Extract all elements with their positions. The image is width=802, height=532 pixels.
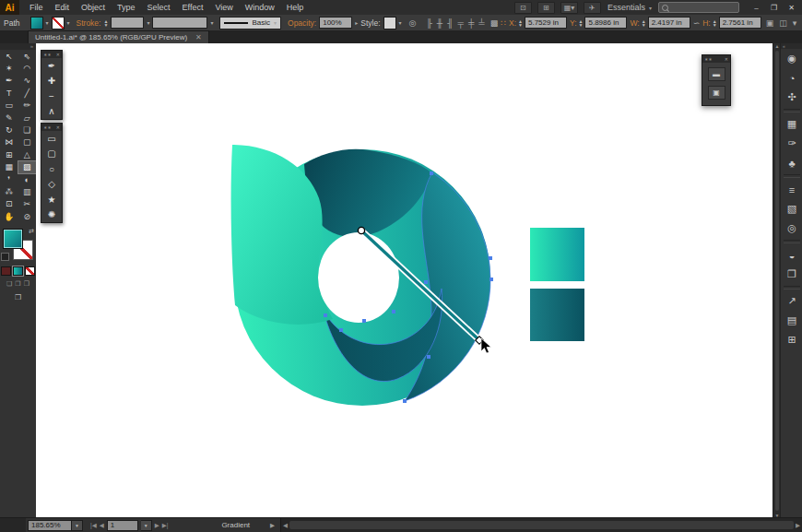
fill-color-swatch[interactable]	[30, 17, 43, 30]
anchor-point[interactable]	[489, 278, 493, 281]
chevron-down-icon[interactable]: ▼	[141, 520, 152, 531]
zoom-control[interactable]: 185.65% ▼	[28, 520, 83, 531]
document-tab[interactable]: Untitled-1.ai* @ 185.65% (RGB/GPU Previe…	[28, 30, 209, 43]
gradient-tool[interactable]: ▨	[18, 161, 37, 173]
gradient-square-bottom[interactable]	[530, 289, 584, 341]
vertical-scroll-thumb[interactable]	[775, 51, 779, 511]
chevron-down-icon[interactable]: ▾	[210, 19, 213, 26]
share-icon[interactable]: ✈	[584, 2, 601, 14]
menu-object[interactable]: Object	[81, 3, 105, 12]
control-end-icon-1[interactable]: ◫	[779, 18, 787, 28]
layers-panel-icon[interactable]: ▤	[781, 311, 802, 330]
arrange-documents-icon[interactable]: ⊞	[537, 2, 555, 14]
scroll-right-icon[interactable]: ▶	[796, 522, 800, 529]
chevron-down-icon[interactable]: ▾	[147, 19, 149, 26]
brush-definition-dropdown[interactable]: Basic ▾	[219, 17, 281, 30]
star-tool[interactable]: ★	[41, 192, 62, 207]
stroke-color-swatch[interactable]	[52, 17, 65, 30]
horizontal-scrollbar[interactable]: ◀ ▶	[280, 518, 802, 532]
artboard-tool[interactable]: ⊡	[0, 198, 18, 210]
adobe-stock-icon[interactable]: ⊡	[514, 2, 532, 14]
chevron-down-icon[interactable]: ▼	[72, 520, 83, 531]
scale-tool[interactable]: ❏	[18, 124, 37, 136]
first-artboard-button[interactable]: |◀	[90, 522, 97, 529]
value-stepper[interactable]: ▲▼	[713, 19, 717, 27]
stroke-panel-icon[interactable]: ≡	[781, 180, 802, 199]
column-graph-tool[interactable]: ▥	[18, 185, 37, 197]
rectangle-tool[interactable]: ▭	[41, 131, 62, 147]
menu-help[interactable]: Help	[287, 3, 304, 12]
align-icon-4[interactable]: ╪	[468, 18, 474, 28]
menu-type[interactable]: Type	[117, 3, 136, 12]
canvas[interactable]: ∗∗ ✕ ✒✚−∧ ∗∗ ✕ ▭▢○◇★✺ ∗∗ ✕ ▬▣	[36, 43, 773, 518]
color-panel-icon[interactable]: ◉	[781, 49, 802, 68]
reference-point-icon[interactable]: ∷	[501, 18, 506, 28]
transform-label[interactable]: X:	[509, 18, 516, 28]
shape-builder-tool[interactable]: ⊞	[0, 148, 18, 160]
anchor-point[interactable]	[324, 313, 327, 317]
recolor-artwork-icon[interactable]: ◎	[409, 18, 417, 28]
anchor-point[interactable]	[430, 171, 433, 175]
transform-panel-icon[interactable]: ▬	[708, 67, 725, 81]
default-fill-stroke-icon[interactable]	[1, 253, 9, 261]
opacity-panel-link[interactable]: Opacity:	[288, 18, 316, 28]
status-expand-icon[interactable]: ▶	[270, 522, 275, 529]
none-button[interactable]	[25, 266, 35, 276]
workspace-switcher[interactable]: Essentials ▾	[607, 3, 652, 12]
menu-edit[interactable]: Edit	[55, 3, 70, 12]
anchor-point[interactable]	[362, 319, 366, 323]
chevron-down-icon[interactable]: ▾	[46, 19, 49, 26]
close-icon[interactable]: ✕	[725, 56, 728, 62]
brushes-panel-icon[interactable]: ✑	[781, 134, 802, 153]
anchor-point[interactable]	[392, 310, 395, 313]
align-icon-5[interactable]: ╧	[478, 18, 484, 28]
gradient-annotator-origin[interactable]	[358, 227, 364, 233]
scroll-up-icon[interactable]: ▲	[775, 43, 780, 49]
horizontal-scroll-thumb[interactable]	[289, 521, 794, 529]
app-logo-icon[interactable]: Ai	[0, 0, 19, 15]
screen-mode-button[interactable]: ❒	[0, 293, 36, 301]
transform-value-field[interactable]: 2.7561 in	[719, 17, 761, 29]
menu-file[interactable]: File	[29, 3, 43, 12]
color-guide-panel-icon[interactable]: ◔	[781, 68, 802, 88]
transform-value-field[interactable]: 2.4197 in	[648, 17, 690, 29]
panel-grip[interactable]: ∗∗	[704, 56, 712, 62]
menu-view[interactable]: View	[215, 3, 232, 12]
slice-tool[interactable]: ✂	[18, 198, 37, 210]
rectangle-tool[interactable]: ▭	[0, 100, 18, 112]
search-input[interactable]	[671, 4, 726, 11]
transform-label[interactable]: Y:	[570, 18, 577, 28]
line-segment-tool[interactable]: ╱	[18, 87, 37, 99]
type-tool[interactable]: T	[0, 87, 18, 99]
anchor-point-tool[interactable]: ∧	[41, 104, 62, 120]
minimize-button[interactable]: –	[748, 2, 765, 14]
direct-selection-tool[interactable]: ⇖	[18, 50, 37, 62]
eraser-tool[interactable]: ▱	[18, 112, 37, 124]
align-icon-2[interactable]: ╢	[447, 18, 453, 28]
flare-tool[interactable]: ✺	[41, 207, 62, 223]
artboards-panel-icon[interactable]: ⊞	[781, 330, 802, 349]
selection-tool[interactable]: ↖	[0, 50, 18, 62]
free-transform-tool[interactable]: ▢	[18, 136, 37, 148]
graphic-styles-panel-icon[interactable]: ❐	[781, 265, 802, 284]
tools-panel-collapse[interactable]: »	[0, 43, 36, 50]
zoom-field[interactable]: 185.65%	[28, 520, 72, 531]
draw-mode-1[interactable]: ❐	[15, 280, 20, 288]
blend-tool[interactable]: ◐	[18, 173, 37, 185]
last-artboard-button[interactable]: ▶|	[162, 522, 169, 529]
paintbrush-tool[interactable]: ✏	[18, 100, 37, 112]
align-icon-0[interactable]: ╟	[426, 18, 431, 28]
style-swatch[interactable]	[383, 17, 396, 30]
rounded-rectangle-tool[interactable]: ▢	[41, 147, 62, 162]
chevron-down-icon[interactable]: ▾	[67, 19, 70, 26]
scroll-left-icon[interactable]: ◀	[283, 522, 288, 529]
delete-anchor-point-tool[interactable]: −	[41, 89, 62, 104]
control-end-icon-2[interactable]: ▾	[793, 18, 797, 28]
search-box[interactable]	[658, 2, 739, 13]
transform-label[interactable]: W:	[630, 18, 639, 28]
polygon-tool[interactable]: ◇	[41, 177, 62, 193]
zoom-tool[interactable]: ⊘	[18, 210, 37, 222]
menu-window[interactable]: Window	[245, 3, 275, 12]
stroke-weight-field[interactable]	[111, 17, 144, 29]
chevron-right-icon[interactable]: ▸	[355, 19, 358, 26]
